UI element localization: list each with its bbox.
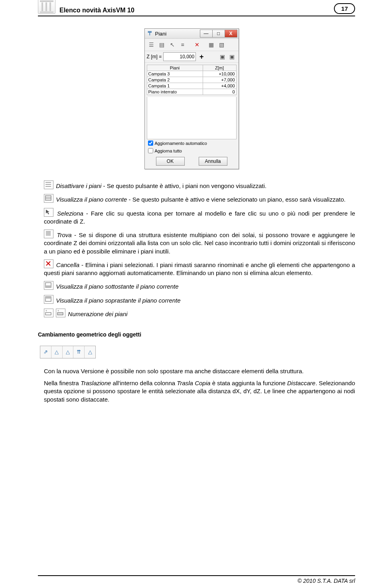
show-above-icon[interactable]: ▧ bbox=[217, 40, 227, 49]
add-floor-button[interactable]: + bbox=[197, 53, 205, 61]
disable-floors-icon bbox=[44, 180, 53, 189]
dialog-buttons: OK Annulla bbox=[145, 154, 239, 169]
para-show-current: Visualizza il piano corrente - Se questo… bbox=[44, 194, 355, 204]
geo-tool-4[interactable]: ⇈ bbox=[73, 346, 85, 358]
section-title-geometric: Cambiamento geometrico degli oggetti bbox=[38, 331, 355, 339]
doc-title: Elenco novità AxisVM 10 bbox=[59, 7, 134, 14]
geo-tool-2[interactable]: △ bbox=[51, 346, 63, 358]
close-button[interactable]: X bbox=[225, 30, 237, 38]
piani-dialog: 〒 Piani — □ X ☰ ▤ ↖ ≡ ✕ ▦ ▧ Z [m] = + ▣ … bbox=[144, 28, 239, 169]
geo-para-1: Con la nuova Versione è possibile non so… bbox=[44, 367, 355, 375]
z-input[interactable] bbox=[163, 52, 196, 61]
geo-tool-5[interactable]: △ bbox=[85, 346, 95, 358]
svg-rect-19 bbox=[57, 313, 63, 315]
col-z: Z[m] bbox=[203, 65, 236, 71]
show-floor-icon[interactable]: ▤ bbox=[157, 40, 167, 49]
update-all-row[interactable]: Aggiorna tutto bbox=[145, 147, 239, 154]
numbering-icon-1: + bbox=[44, 309, 53, 317]
dialog-icon: 〒 bbox=[147, 30, 154, 37]
cancel-button[interactable]: Annulla bbox=[199, 157, 227, 166]
col-piani: Piani bbox=[147, 65, 203, 71]
page-header: Elenco novità AxisVM 10 17 bbox=[38, 0, 355, 16]
para-delete: Cancella - Elimina i piani selezionati. … bbox=[44, 259, 355, 277]
geo-tool-1[interactable]: ⇗ bbox=[40, 346, 51, 358]
para-above: Visualizza il piano soprastante il piano… bbox=[44, 295, 355, 305]
delete-icon bbox=[44, 259, 53, 268]
select-icon[interactable]: ↖ bbox=[167, 40, 178, 49]
delete-icon[interactable]: ✕ bbox=[192, 40, 202, 49]
page-footer: © 2010 S.T.A. DATA srl bbox=[38, 575, 355, 584]
dialog-title: Piani bbox=[155, 31, 167, 37]
disable-floors-icon[interactable]: ☰ bbox=[146, 40, 157, 49]
para-disable: Disattivare i piani - Se questo pulsante… bbox=[44, 180, 355, 190]
ok-button[interactable]: OK bbox=[156, 157, 185, 166]
z-input-row: Z [m] = + ▣ ▣ bbox=[145, 51, 239, 63]
dialog-toolbar: ☰ ▤ ↖ ≡ ✕ ▦ ▧ bbox=[145, 39, 239, 51]
maximize-button[interactable]: □ bbox=[213, 30, 225, 38]
table-empty-area bbox=[147, 97, 237, 139]
svg-rect-17 bbox=[45, 313, 51, 315]
svg-rect-13 bbox=[45, 285, 51, 287]
para-select: Seleziona - Fare clic su questa icona pe… bbox=[44, 208, 355, 226]
svg-text:+: + bbox=[45, 309, 47, 312]
para-below: Visualizza il piano sottostante il piano… bbox=[44, 281, 355, 291]
z-label: Z [m] = bbox=[147, 54, 162, 59]
para-find: Trova - Se si dispone di una struttura e… bbox=[44, 230, 355, 255]
auto-update-checkbox[interactable] bbox=[148, 141, 153, 146]
find-icon[interactable]: ≡ bbox=[178, 40, 188, 49]
geometric-change-toolbar: ⇗ △ △ ⇈ △ bbox=[40, 346, 96, 358]
numbering-down-icon[interactable]: ▣ bbox=[228, 53, 237, 61]
svg-rect-15 bbox=[45, 297, 51, 299]
show-above-icon bbox=[44, 295, 53, 304]
table-row: Campata 1+4,000 bbox=[147, 83, 236, 89]
dialog-titlebar[interactable]: 〒 Piani — □ X bbox=[145, 29, 239, 39]
floors-table[interactable]: PianiZ[m] Campata 3+10,000 Campata 2+7,0… bbox=[147, 65, 237, 95]
update-all-checkbox[interactable] bbox=[148, 148, 153, 153]
page-number: 17 bbox=[334, 3, 355, 14]
update-all-label: Aggiorna tutto bbox=[155, 148, 182, 153]
table-row: Campata 2+7,000 bbox=[147, 77, 236, 83]
auto-update-label: Aggiornamento automatico bbox=[155, 141, 207, 146]
find-icon bbox=[44, 230, 53, 238]
auto-update-row[interactable]: Aggiornamento automatico bbox=[145, 139, 239, 147]
geo-para-2: Nella finestra Traslazione all'interno d… bbox=[44, 379, 355, 404]
geo-tool-3[interactable]: △ bbox=[63, 346, 74, 358]
body-content: Disattivare i piani - Se questo pulsante… bbox=[44, 180, 355, 404]
table-row: Campata 3+10,000 bbox=[147, 71, 236, 77]
logo-icon bbox=[38, 0, 55, 14]
select-icon bbox=[44, 208, 53, 217]
numbering-icon-2: + bbox=[56, 309, 65, 317]
numbering-up-icon[interactable]: ▣ bbox=[218, 53, 227, 61]
show-below-icon[interactable]: ▦ bbox=[206, 40, 217, 49]
show-floor-icon bbox=[44, 194, 53, 203]
show-below-icon bbox=[44, 281, 53, 290]
svg-rect-3 bbox=[45, 196, 51, 200]
minimize-button[interactable]: — bbox=[200, 30, 213, 38]
table-row: Piano interrato0 bbox=[147, 89, 236, 95]
svg-text:+: + bbox=[57, 309, 59, 312]
para-numbering: + + Numerazione dei piani bbox=[44, 309, 355, 318]
